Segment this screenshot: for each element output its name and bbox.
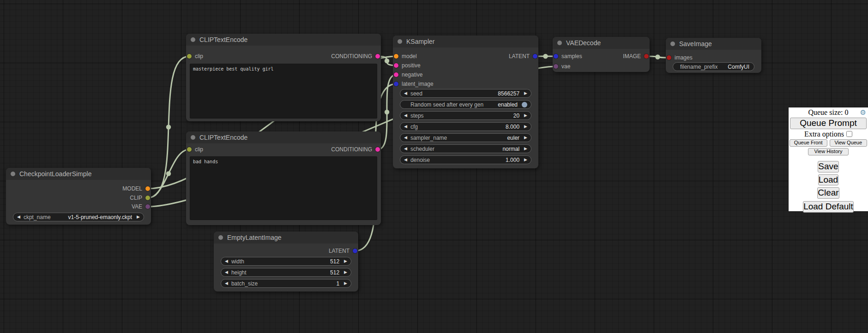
view-history-button[interactable]: View History — [808, 148, 849, 155]
widget-filename-prefix[interactable]: filename_prefixComfyUI — [673, 62, 754, 71]
widget-sampler-name[interactable]: ◀sampler_nameeuler▶ — [400, 133, 531, 142]
node-titlebar[interactable]: SaveImage — [666, 38, 761, 50]
images-input-dot-icon[interactable] — [667, 55, 671, 60]
decrement-arrow-icon[interactable]: ◀ — [404, 136, 407, 140]
view-queue-button[interactable]: View Queue — [830, 139, 868, 147]
latent-output-dot-icon[interactable] — [533, 54, 537, 59]
decrement-arrow-icon[interactable]: ◀ — [17, 215, 20, 219]
increment-arrow-icon[interactable]: ▶ — [524, 91, 527, 95]
latent-output-dot-icon[interactable] — [353, 249, 357, 253]
samples-input-slot[interactable]: samples — [554, 53, 582, 59]
clear-button[interactable]: Clear — [817, 187, 839, 199]
node-empty-latent-image[interactable]: EmptyLatentImageLATENT◀width512▶◀height5… — [214, 232, 358, 291]
widget-height[interactable]: ◀height512▶ — [221, 268, 351, 277]
collapse-dot-icon[interactable] — [218, 235, 223, 240]
model-output-slot[interactable]: MODEL — [122, 185, 150, 192]
positive-input-slot[interactable]: positive — [394, 62, 421, 69]
vae-output-slot[interactable]: VAE — [132, 203, 150, 210]
decrement-arrow-icon[interactable]: ◀ — [404, 158, 407, 162]
load-button[interactable]: Load — [818, 174, 838, 186]
model-input-slot[interactable]: model — [394, 53, 417, 59]
image-output-dot-icon[interactable] — [644, 54, 649, 59]
positive-input-dot-icon[interactable] — [394, 63, 398, 68]
decrement-arrow-icon[interactable]: ◀ — [225, 270, 228, 274]
decrement-arrow-icon[interactable]: ◀ — [404, 113, 407, 118]
toggle-knob-icon[interactable] — [522, 102, 527, 107]
decrement-arrow-icon[interactable]: ◀ — [225, 281, 228, 285]
clip-output-dot-icon[interactable] — [145, 196, 150, 200]
conditioning-output-dot-icon[interactable] — [375, 54, 380, 59]
queue-prompt-button[interactable]: Queue Prompt — [790, 118, 867, 129]
decrement-arrow-icon[interactable]: ◀ — [404, 147, 407, 151]
latent_image-input-dot-icon[interactable] — [394, 82, 398, 86]
widget-cfg[interactable]: ◀cfg8.000▶ — [400, 122, 531, 131]
conditioning-output-slot[interactable]: CONDITIONING — [331, 146, 380, 153]
increment-arrow-icon[interactable]: ▶ — [137, 215, 140, 219]
widget-scheduler[interactable]: ◀schedulernormal▶ — [400, 144, 531, 153]
node-titlebar[interactable]: CLIPTextEncode — [186, 131, 381, 143]
decrement-arrow-icon[interactable]: ◀ — [404, 91, 407, 95]
comfyui-canvas[interactable]: { "app_title": "ComfyUI node graph", "co… — [0, 0, 868, 333]
node-ksampler[interactable]: KSamplermodelpositivenegativelatent_imag… — [393, 36, 538, 168]
increment-arrow-icon[interactable]: ▶ — [524, 125, 527, 129]
negative-input-dot-icon[interactable] — [394, 72, 398, 77]
widget-seed[interactable]: ◀seed8566257▶ — [400, 89, 531, 98]
node-checkpoint-loader-simple[interactable]: CheckpointLoaderSimpleMODELCLIPVAE◀ckpt_… — [6, 168, 151, 225]
collapse-dot-icon[interactable] — [670, 42, 675, 46]
node-clip-text-encode-positive[interactable]: CLIPTextEncodeclipCONDITIONING — [186, 34, 381, 121]
model-input-dot-icon[interactable] — [394, 54, 398, 59]
node-titlebar[interactable]: EmptyLatentImage — [214, 232, 358, 244]
prompt-textarea[interactable] — [190, 156, 377, 220]
collapse-dot-icon[interactable] — [191, 135, 195, 140]
settings-gear-icon[interactable]: ⚙ — [860, 108, 866, 117]
collapse-dot-icon[interactable] — [557, 41, 562, 45]
conditioning-output-dot-icon[interactable] — [375, 147, 380, 152]
increment-arrow-icon[interactable]: ▶ — [524, 113, 527, 118]
widget-batch-size[interactable]: ◀batch_size1▶ — [221, 279, 351, 288]
clip-input-slot[interactable]: clip — [187, 53, 203, 59]
extra-options-checkbox[interactable] — [846, 131, 852, 137]
clip-input-dot-icon[interactable] — [187, 147, 192, 152]
negative-input-slot[interactable]: negative — [394, 71, 422, 78]
increment-arrow-icon[interactable]: ▶ — [524, 158, 527, 162]
load-default-button[interactable]: Load Default — [803, 201, 854, 213]
clip-input-slot[interactable]: clip — [187, 146, 203, 153]
widget-random-seed-after-every-gen[interactable]: Random seed after every genenabled — [400, 100, 531, 109]
collapse-dot-icon[interactable] — [398, 39, 402, 44]
latent-output-slot[interactable]: LATENT — [509, 53, 537, 59]
node-titlebar[interactable]: CheckpointLoaderSimple — [6, 168, 151, 180]
latent_image-input-slot[interactable]: latent_image — [394, 81, 434, 87]
increment-arrow-icon[interactable]: ▶ — [344, 281, 347, 285]
decrement-arrow-icon[interactable]: ◀ — [225, 259, 228, 263]
prompt-textarea[interactable] — [190, 64, 377, 119]
image-output-slot[interactable]: IMAGE — [623, 53, 649, 59]
clip-input-dot-icon[interactable] — [187, 54, 192, 59]
model-output-dot-icon[interactable] — [145, 186, 150, 191]
increment-arrow-icon[interactable]: ▶ — [524, 147, 527, 151]
images-input-slot[interactable]: images — [667, 54, 693, 61]
increment-arrow-icon[interactable]: ▶ — [344, 270, 347, 274]
collapse-dot-icon[interactable] — [11, 172, 15, 176]
vae-output-dot-icon[interactable] — [145, 204, 150, 209]
vae-input-dot-icon[interactable] — [554, 64, 558, 69]
node-vae-decode[interactable]: VAEDecodesamplesvaeIMAGE — [553, 37, 650, 72]
node-titlebar[interactable]: KSampler — [393, 36, 538, 48]
node-save-image[interactable]: SaveImageimagesfilename_prefixComfyUI — [666, 38, 761, 73]
vae-input-slot[interactable]: vae — [554, 63, 570, 70]
widget-width[interactable]: ◀width512▶ — [221, 257, 351, 266]
save-button[interactable]: Save — [818, 161, 838, 172]
node-titlebar[interactable]: VAEDecode — [553, 37, 650, 49]
collapse-dot-icon[interactable] — [191, 37, 195, 42]
widget-steps[interactable]: ◀steps20▶ — [400, 111, 531, 120]
decrement-arrow-icon[interactable]: ◀ — [404, 125, 407, 129]
samples-input-dot-icon[interactable] — [554, 54, 558, 59]
latent-output-slot[interactable]: LATENT — [329, 248, 357, 254]
increment-arrow-icon[interactable]: ▶ — [524, 136, 527, 140]
widget-denoise[interactable]: ◀denoise1.000▶ — [400, 155, 531, 164]
node-clip-text-encode-negative[interactable]: CLIPTextEncodeclipCONDITIONING — [186, 131, 381, 225]
widget-ckpt-name[interactable]: ◀ckpt_namev1-5-pruned-emaonly.ckpt▶ — [13, 213, 144, 221]
node-titlebar[interactable]: CLIPTextEncode — [186, 34, 381, 46]
clip-output-slot[interactable]: CLIP — [130, 195, 150, 201]
queue-front-button[interactable]: Queue Front — [790, 139, 827, 147]
conditioning-output-slot[interactable]: CONDITIONING — [331, 53, 380, 59]
